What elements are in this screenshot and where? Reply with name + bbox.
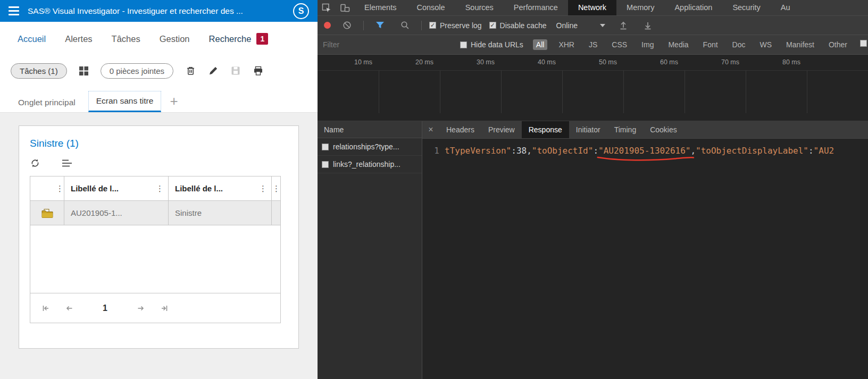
checkbox-checked: ✓ [489,22,496,29]
devtools-tab-memory[interactable]: Memory [616,0,664,15]
trash-icon[interactable] [185,65,196,77]
refresh-icon[interactable] [30,158,40,169]
preserve-log-label: Preserve log [440,21,482,30]
search-icon[interactable] [396,21,414,30]
nav-item-gestion[interactable]: Gestion [160,34,190,44]
nav-item-recherche[interactable]: Recherche 1 [209,33,269,45]
pencil-icon[interactable] [208,65,219,76]
table-row-icon-cell[interactable] [30,201,64,225]
tasks-pill-button[interactable]: Tâches (1) [11,63,67,79]
response-token: , [690,146,696,156]
list-icon[interactable] [62,159,72,167]
request-row-links[interactable]: links?_relationship... [318,156,422,173]
timeline-gridline [379,71,379,113]
filter-chip-xhr[interactable]: XHR [555,39,578,50]
table-cell-object-id[interactable]: AU201905-1... [64,201,169,225]
main-nav: Accueil Alertes Tâches Gestion Recherche… [0,22,318,56]
nav-item-accueil[interactable]: Accueil [18,34,46,44]
filter-chip-other[interactable]: Other [825,39,850,50]
detail-tab-headers[interactable]: Headers [439,121,481,138]
timeline-tick-label: 70 ms [715,58,739,66]
device-toolbar-icon[interactable] [336,0,354,15]
tab-ecran-sans-titre[interactable]: Ecran sans titre [88,91,162,112]
print-icon[interactable] [253,65,264,77]
save-icon[interactable] [230,65,241,76]
column-header-libelle-2[interactable]: Libellé de l... ⋮ [169,176,272,201]
kebab-menu-icon[interactable]: ⋮ [259,184,267,193]
table-cell-object-type[interactable]: Sinistre [169,201,272,225]
close-detail-icon[interactable]: × [422,121,439,138]
kebab-menu-icon[interactable]: ⋮ [56,184,64,193]
filter-funnel-icon[interactable] [371,21,389,29]
hide-data-urls-label: Hide data URLs [471,40,523,49]
hamburger-menu-icon[interactable] [9,6,19,15]
filter-chip-css[interactable]: CSS [608,39,630,50]
name-column-header[interactable]: Name [318,121,422,138]
tab-onglet-principal[interactable]: Onglet principal [11,93,83,112]
devtools-tab-elements[interactable]: Elements [354,0,406,15]
detail-tab-cookies[interactable]: Cookies [643,121,684,138]
column-resize-handle[interactable]: ⋮ [272,176,280,201]
response-token: "toObjectId" [532,146,594,156]
requests-list: Name relationships?type... links?_relati… [318,121,422,379]
column-header-libelle-1[interactable]: Libellé de l... ⋮ [64,176,169,201]
clipped-checkbox[interactable] [860,40,867,47]
first-page-button[interactable] [41,304,51,313]
filter-chip-js[interactable]: JS [586,39,600,50]
filter-chip-media[interactable]: Media [665,39,691,50]
filter-chip-ws[interactable]: WS [757,39,775,50]
checkbox-unchecked[interactable] [322,161,329,168]
record-network-log-button[interactable] [324,22,331,29]
table-empty-area [30,225,280,293]
import-har-icon[interactable] [615,21,632,30]
previous-page-button[interactable] [64,304,74,313]
network-filter-bar: Hide data URLs All XHR JS CSS Img Media … [318,35,868,55]
response-token: : [808,146,814,156]
detail-tab-initiator[interactable]: Initiator [569,121,607,138]
devtools-tab-network[interactable]: Network [568,0,616,15]
devtools-tab-sources[interactable]: Sources [455,0,504,15]
filter-chip-img[interactable]: Img [638,39,657,50]
hide-data-urls-checkbox[interactable]: Hide data URLs [460,40,523,49]
filter-chip-doc[interactable]: Doc [729,39,749,50]
attachments-pill-button[interactable]: 0 pièces jointes [101,63,173,79]
red-underline-annotation [597,155,695,162]
app-title: SAS® Visual Investigator - Investiguer e… [28,6,285,16]
devtools-tab-audits[interactable]: Au [771,0,800,15]
disable-cache-checkbox[interactable]: ✓ Disable cache [489,21,547,30]
filter-input[interactable] [323,40,450,49]
current-page-number: 1 [103,304,107,313]
response-viewer: 1 tTypeVersion":38,"toObjectId":"AU20190… [422,139,868,379]
filter-chip-font[interactable]: Font [700,39,721,50]
detail-tab-response[interactable]: Response [522,121,569,138]
column-header-label: Libellé de l... [71,184,119,193]
add-tab-button[interactable]: + [166,94,183,112]
kebab-menu-icon[interactable]: ⋮ [156,184,164,193]
clear-network-log-icon[interactable] [338,21,356,30]
devtools-tab-application[interactable]: Application [664,0,722,15]
filter-chip-manifest[interactable]: Manifest [783,39,817,50]
throttling-dropdown[interactable]: Online [554,21,607,30]
inspect-element-icon[interactable] [318,0,336,15]
grid-icon[interactable] [79,66,89,76]
detail-tab-timing[interactable]: Timing [607,121,644,138]
devtools-tab-security[interactable]: Security [722,0,770,15]
filter-chip-all[interactable]: All [533,39,548,50]
nav-item-alertes[interactable]: Alertes [65,34,92,44]
response-token: "AU2 [814,146,834,156]
response-json-line: tTypeVersion":38,"toObjectId":"AU201905-… [445,145,834,379]
response-token: 38 [516,146,527,156]
next-page-button[interactable] [136,304,146,313]
devtools-tab-performance[interactable]: Performance [504,0,568,15]
detail-tab-preview[interactable]: Preview [481,121,522,138]
checkbox-unchecked[interactable] [322,144,329,150]
preserve-log-checkbox[interactable]: ✓ Preserve log [429,21,482,30]
sas-logo: S [293,3,309,19]
detail-tabbar: × Headers Preview Response Initiator Tim… [422,121,868,139]
request-row-relationships[interactable]: relationships?type... [318,138,422,156]
last-page-button[interactable] [160,304,169,313]
export-har-icon[interactable] [639,21,656,30]
nav-item-taches[interactable]: Tâches [112,34,140,44]
devtools-tab-console[interactable]: Console [406,0,455,15]
response-token: : [593,146,598,156]
